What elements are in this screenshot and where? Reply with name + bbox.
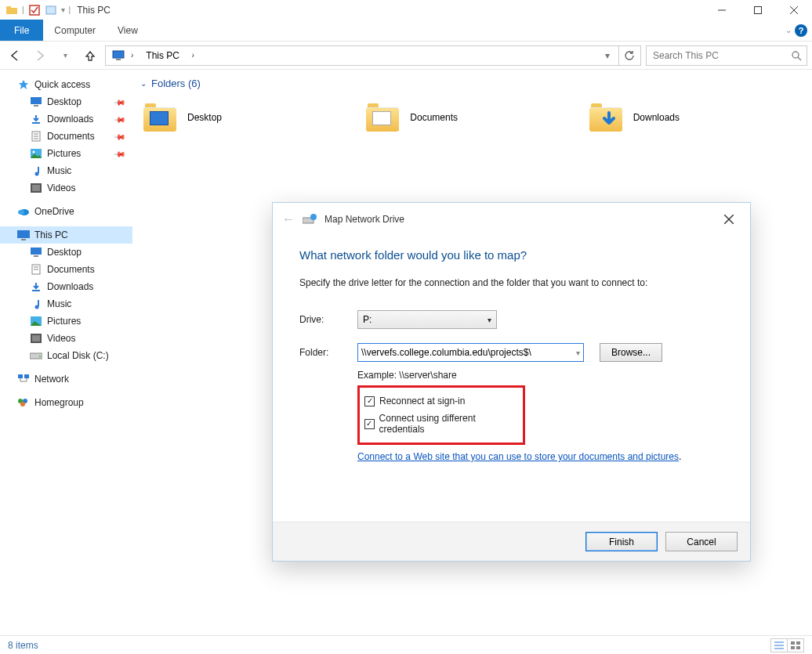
browse-button[interactable]: Browse...: [600, 343, 662, 362]
sidebar-item-label: Documents: [47, 131, 95, 142]
view-tab[interactable]: View: [107, 20, 149, 41]
sidebar-item-label: Pictures: [47, 316, 81, 327]
sidebar-tp-documents[interactable]: Documents: [0, 261, 132, 278]
breadcrumb-root[interactable]: This PC: [146, 50, 179, 61]
sidebar-quick-access[interactable]: Quick access: [0, 76, 132, 93]
navigation-pane: Quick access Desktop📌 Downloads📌 Documen…: [0, 70, 132, 635]
svg-point-22: [35, 172, 39, 176]
svg-rect-57: [796, 641, 800, 645]
folder-input[interactable]: \\vervefs.college.columbia.edu\projects$…: [357, 343, 584, 362]
help-icon[interactable]: ?: [795, 24, 807, 37]
qat-dropdown-icon[interactable]: ▾: [61, 5, 65, 14]
sidebar-qa-pictures[interactable]: Pictures📌: [0, 145, 132, 162]
sidebar-item-label: Quick access: [34, 79, 90, 90]
quick-access-icon: [17, 78, 30, 91]
folder-example: Example: \\server\share: [357, 370, 723, 381]
sidebar-qa-downloads[interactable]: Downloads📌: [0, 110, 132, 128]
svg-point-35: [35, 305, 39, 309]
sidebar-tp-videos[interactable]: Videos: [0, 330, 132, 347]
cancel-button[interactable]: Cancel: [665, 532, 738, 551]
icons-view-button[interactable]: [787, 638, 804, 652]
videos-icon: [30, 332, 42, 345]
drive-icon: [30, 349, 42, 362]
computer-tab[interactable]: Computer: [43, 20, 107, 41]
network-icon: [17, 373, 30, 385]
finish-button[interactable]: Finish: [585, 532, 658, 551]
svg-point-21: [33, 151, 35, 154]
recent-locations-button[interactable]: ▾: [55, 45, 75, 66]
svg-rect-8: [113, 51, 124, 58]
folder-desktop[interactable]: Desktop: [143, 102, 366, 133]
address-dropdown-icon[interactable]: ▾: [600, 45, 615, 66]
sidebar-tp-localc[interactable]: Local Disk (C:): [0, 347, 132, 364]
details-view-button[interactable]: [770, 638, 788, 652]
dialog-instruction: Specify the drive letter for the connect…: [299, 277, 723, 288]
map-network-drive-dialog: ← Map Network Drive What network folder …: [272, 202, 751, 562]
pin-icon: 📌: [114, 96, 126, 108]
dialog-title: Map Network Drive: [324, 214, 404, 225]
sidebar-qa-documents[interactable]: Documents📌: [0, 128, 132, 145]
svg-rect-27: [17, 230, 30, 238]
drive-value: P:: [363, 314, 372, 325]
checkbox-checked-icon: ✓: [364, 419, 375, 429]
ribbon-collapse-icon[interactable]: ⌄: [785, 26, 792, 34]
documents-icon: [30, 263, 42, 276]
folder-icon: [366, 103, 399, 132]
folder-documents[interactable]: Documents: [366, 102, 589, 133]
sidebar-item-label: Music: [47, 165, 71, 176]
window-title: This PC: [77, 5, 111, 16]
drive-select[interactable]: P: ▾: [357, 310, 497, 329]
music-icon: [30, 164, 42, 177]
search-input[interactable]: [651, 49, 791, 62]
system-menu-icon[interactable]: [5, 4, 18, 16]
svg-rect-2: [30, 5, 39, 15]
sidebar-item-label: Music: [47, 298, 71, 309]
svg-point-40: [39, 356, 41, 357]
minimize-button[interactable]: [704, 1, 740, 20]
folder-icon: [589, 103, 622, 132]
forward-button[interactable]: [30, 45, 50, 66]
sidebar-tp-desktop[interactable]: Desktop: [0, 244, 132, 261]
address-bar[interactable]: › This PC › ▾: [105, 45, 641, 66]
svg-rect-42: [24, 374, 29, 378]
sidebar-this-pc[interactable]: This PC: [0, 226, 132, 244]
this-pc-icon: [112, 50, 126, 61]
svg-rect-29: [31, 248, 42, 255]
folder-downloads[interactable]: Downloads: [589, 102, 812, 133]
sidebar-qa-videos[interactable]: Videos: [0, 179, 132, 197]
chevron-down-icon: ▾: [488, 316, 491, 324]
file-tab[interactable]: File: [0, 20, 43, 41]
nav-bar: ▾ › This PC › ▾: [0, 41, 812, 69]
close-button[interactable]: [776, 1, 812, 20]
sidebar-item-label: Desktop: [47, 96, 82, 107]
up-button[interactable]: [80, 45, 100, 66]
search-box[interactable]: [646, 45, 807, 66]
desktop-icon: [30, 246, 42, 258]
new-folder-icon[interactable]: [45, 4, 57, 16]
different-credentials-checkbox[interactable]: ✓ Connect using different credentials: [364, 410, 518, 438]
maximize-button[interactable]: [740, 1, 776, 20]
svg-rect-1: [6, 6, 11, 9]
sidebar-item-label: Videos: [47, 182, 75, 193]
connect-website-link[interactable]: Connect to a Web site that you can use t…: [357, 451, 679, 462]
checkbox-label: Connect using different credentials: [379, 413, 518, 435]
refresh-button[interactable]: [618, 46, 639, 65]
reconnect-checkbox[interactable]: ✓ Reconnect at sign-in: [364, 392, 518, 410]
sidebar-onedrive[interactable]: OneDrive: [0, 203, 132, 220]
back-button[interactable]: [5, 45, 25, 66]
sidebar-tp-pictures[interactable]: Pictures: [0, 313, 132, 330]
sidebar-tp-music[interactable]: Music: [0, 295, 132, 313]
dialog-back-button[interactable]: ←: [282, 212, 295, 226]
sidebar-qa-music[interactable]: Music: [0, 162, 132, 179]
sidebar-qa-desktop[interactable]: Desktop📌: [0, 93, 132, 110]
svg-point-48: [20, 402, 25, 406]
sidebar-homegroup[interactable]: Homegroup: [0, 394, 132, 411]
dialog-close-button[interactable]: [717, 208, 741, 231]
sidebar-tp-downloads[interactable]: Downloads: [0, 278, 132, 295]
svg-point-26: [18, 210, 24, 215]
sidebar-network[interactable]: Network: [0, 370, 132, 388]
content-area: ⌄ Folders (6) Desktop Documents Download…: [132, 70, 812, 635]
sidebar-item-label: Downloads: [47, 281, 93, 292]
folders-group-header[interactable]: ⌄ Folders (6): [132, 78, 812, 89]
properties-icon[interactable]: [28, 4, 41, 16]
